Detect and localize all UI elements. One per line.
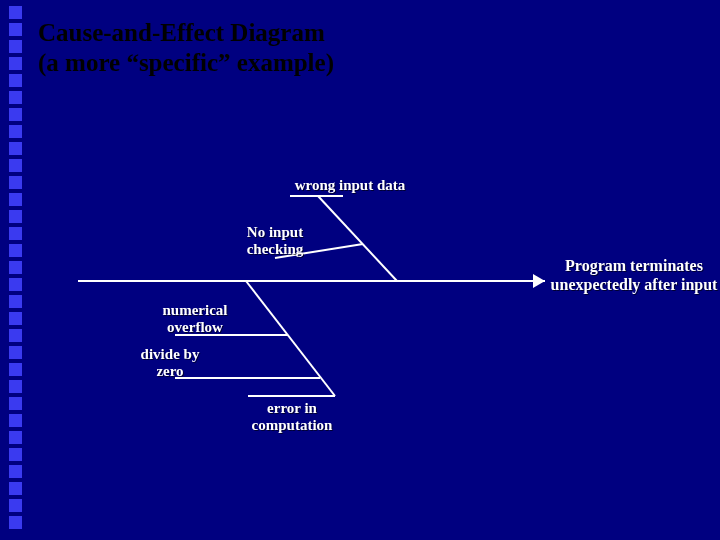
title-line-1: Cause-and-Effect Diagram xyxy=(38,18,700,48)
cause-bottom-sub2: divide by zero xyxy=(110,346,230,381)
effect-line-2: unexpectedly after input xyxy=(548,275,720,294)
slide-title: Cause-and-Effect Diagram (a more “specif… xyxy=(38,18,700,78)
svg-marker-1 xyxy=(533,274,545,288)
title-line-2: (a more “specific” example) xyxy=(38,48,700,78)
decorative-sidebar xyxy=(0,0,30,540)
cause-top-sub: No input checking xyxy=(215,224,335,259)
cause-bottom-sub1: numerical overflow xyxy=(135,302,255,337)
effect-line-1: Program terminates xyxy=(548,256,720,275)
svg-line-5 xyxy=(246,281,335,396)
effect-label: Program terminates unexpectedly after in… xyxy=(548,256,720,294)
cause-bottom-bone: error in computation xyxy=(212,400,372,435)
cause-top-bone: wrong input data xyxy=(260,177,440,194)
